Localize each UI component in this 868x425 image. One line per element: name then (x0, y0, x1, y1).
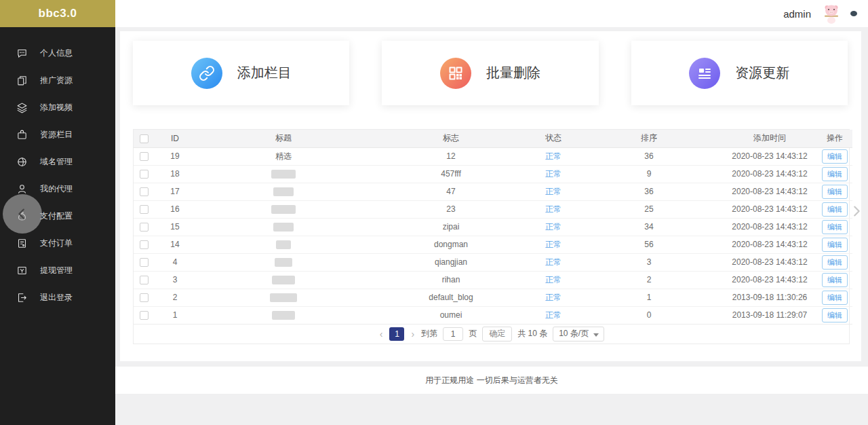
cell-flag: 47 (371, 183, 531, 200)
row-checkbox[interactable] (140, 293, 149, 302)
footer-disclaimer: 用于正规用途 一切后果与运营者无关 (425, 375, 557, 386)
sidebar-item-logout[interactable]: 退出登录 (0, 284, 115, 311)
cell-title (196, 165, 371, 183)
edit-button[interactable]: 编辑 (822, 167, 848, 181)
status-badge: 正常 (531, 253, 576, 271)
edit-button[interactable]: 编辑 (822, 291, 848, 305)
card-label: 添加栏目 (237, 64, 292, 82)
page-number-input[interactable] (443, 327, 463, 341)
row-checkbox[interactable] (140, 205, 149, 214)
redacted-title (276, 240, 291, 249)
resource-update-card[interactable]: 资源更新 (631, 41, 848, 105)
cell-title (196, 289, 371, 306)
sidebar-item-label: 我的代理 (40, 183, 73, 195)
books-icon (16, 75, 28, 86)
pagination-prev-icon[interactable]: ‹ (378, 329, 384, 339)
table-row: 14dongman正常562020-08-23 14:43:12编辑 (134, 236, 852, 253)
sidebar-item-promo-resources[interactable]: 推广资源 (0, 67, 115, 94)
edit-button[interactable]: 编辑 (822, 273, 848, 287)
sidebar-item-resource-columns[interactable]: 资源栏目 (0, 121, 115, 148)
cell-title (196, 271, 371, 289)
table-row: 19精选12正常362020-08-23 14:43:12编辑 (134, 147, 852, 165)
sidebar-item-add-video[interactable]: 添加视频 (0, 94, 115, 121)
cell-sort: 36 (576, 147, 722, 165)
edit-button[interactable]: 编辑 (822, 255, 848, 270)
table-row: 18457fff正常92020-08-23 14:43:12编辑 (134, 165, 852, 183)
table-row: 15zipai正常342020-08-23 14:43:12编辑 (134, 218, 852, 236)
edit-button[interactable]: 编辑 (822, 185, 848, 199)
cell-sort: 2 (576, 271, 722, 289)
row-checkbox[interactable] (140, 311, 149, 320)
sidebar-item-label: 支付配置 (40, 210, 73, 222)
redacted-title (271, 205, 296, 214)
status-badge: 正常 (531, 147, 576, 165)
sidebar-item-personal-info[interactable]: 个人信息 (0, 39, 115, 67)
cell-id: 2 (154, 289, 196, 306)
sidebar-menu: 个人信息推广资源添加视频资源栏目域名管理我的代理支付配置支付订单提现管理退出登录 (0, 27, 115, 311)
edit-button[interactable]: 编辑 (822, 308, 848, 322)
row-checkbox[interactable] (140, 240, 149, 249)
cell-flag: 457fff (371, 165, 531, 183)
table-header-row: ID 标题 标志 状态 排序 添加时间 操作 (134, 130, 852, 147)
cell-sort: 34 (576, 218, 722, 236)
col-sort: 排序 (576, 130, 722, 147)
cell-title (196, 253, 371, 271)
row-checkbox[interactable] (140, 152, 149, 161)
cell-id: 1 (154, 306, 196, 324)
sidebar-item-domain-management[interactable]: 域名管理 (0, 148, 115, 175)
cell-flag: 23 (371, 200, 531, 218)
carousel-right-button[interactable] (849, 204, 864, 221)
select-all-checkbox[interactable] (140, 134, 149, 143)
cell-flag: qiangjian (371, 253, 531, 271)
row-checkbox[interactable] (140, 187, 149, 196)
sidebar-item-withdrawal-management[interactable]: 提现管理 (0, 257, 115, 284)
cell-time: 2020-08-23 14:43:12 (722, 236, 817, 253)
edit-button[interactable]: 编辑 (822, 220, 848, 234)
row-checkbox[interactable] (140, 276, 149, 284)
status-badge: 正常 (531, 289, 576, 306)
status-badge: 正常 (531, 183, 576, 200)
row-checkbox[interactable] (140, 170, 149, 179)
col-flag: 标志 (371, 130, 531, 147)
pagination-next-icon[interactable]: › (410, 329, 416, 339)
row-checkbox[interactable] (140, 258, 149, 267)
batch-delete-card[interactable]: 批量删除 (382, 41, 598, 105)
redacted-title (271, 170, 296, 179)
avatar[interactable] (821, 3, 842, 24)
status-badge: 正常 (531, 236, 576, 253)
page-size-select[interactable]: 10 条/页 (553, 327, 604, 341)
app-root: bbc3.0 个人信息推广资源添加视频资源栏目域名管理我的代理支付配置支付订单提… (0, 0, 868, 425)
page-size-value: 10 条/页 (559, 328, 589, 339)
row-checkbox[interactable] (140, 223, 149, 232)
cell-time: 2020-08-23 14:43:12 (722, 200, 817, 218)
cell-title: 精选 (196, 147, 371, 165)
pagination-confirm-button[interactable]: 确定 (482, 327, 512, 341)
redacted-title (270, 293, 297, 302)
pagination-page-1[interactable]: 1 (389, 327, 404, 341)
edit-button[interactable]: 编辑 (822, 238, 848, 252)
cell-flag: 12 (371, 147, 531, 165)
link-icon (191, 58, 222, 89)
header-dot-icon[interactable] (850, 11, 857, 16)
user-icon (16, 183, 28, 195)
edit-button[interactable]: 编辑 (822, 202, 848, 217)
cell-time: 2020-08-23 14:43:12 (722, 183, 817, 200)
briefcase-icon (16, 129, 28, 141)
withdraw-icon (16, 265, 28, 276)
logout-icon (16, 292, 28, 303)
edit-button[interactable]: 编辑 (822, 149, 848, 164)
sidebar-item-payment-orders[interactable]: 支付订单 (0, 229, 115, 257)
cell-time: 2020-08-23 14:43:12 (722, 218, 817, 236)
carousel-left-button[interactable] (3, 194, 42, 234)
col-time: 添加时间 (722, 130, 817, 147)
cell-sort: 56 (576, 236, 722, 253)
sidebar-item-label: 退出登录 (40, 292, 73, 303)
sidebar-item-label: 推广资源 (40, 75, 73, 86)
sidebar-item-label: 个人信息 (40, 48, 73, 59)
add-column-card[interactable]: 添加栏目 (133, 41, 349, 105)
col-id: ID (154, 130, 196, 147)
col-status: 状态 (531, 130, 576, 147)
chevron-left-icon (15, 206, 30, 221)
cell-sort: 3 (576, 253, 722, 271)
cell-id: 18 (154, 165, 196, 183)
